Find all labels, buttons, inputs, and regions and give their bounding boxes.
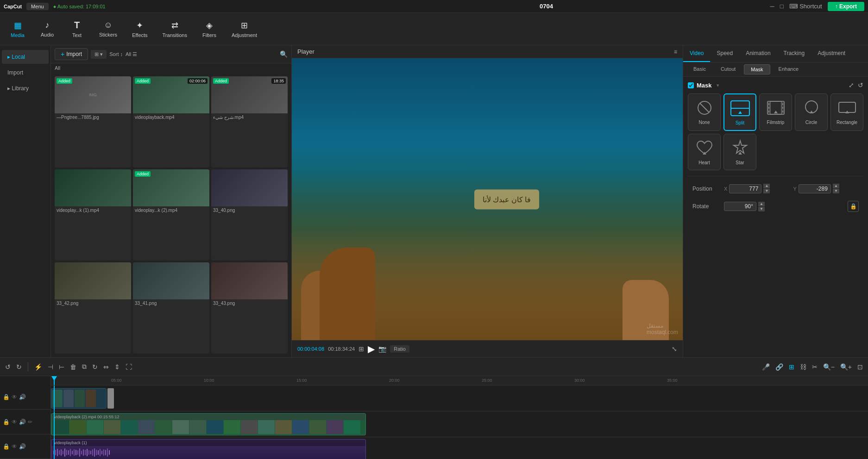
subtab-enhance[interactable]: Enhance	[772, 64, 805, 74]
tool-text[interactable]: T Text	[63, 17, 91, 41]
mask-enable-checkbox[interactable]	[688, 82, 694, 88]
edit-icon[interactable]: ✏	[28, 419, 32, 425]
y-decrement-button[interactable]: ▼	[833, 189, 839, 193]
mic-button[interactable]: 🎤	[761, 362, 771, 372]
mask-shape-none[interactable]: None	[688, 93, 721, 131]
position-y-input[interactable]	[799, 184, 831, 193]
mask-shape-star[interactable]: Star	[723, 134, 756, 170]
list-item[interactable]: Added videoplay...k (2).mp4	[133, 169, 209, 261]
rotate-decrement-button[interactable]: ▼	[758, 207, 765, 211]
mask-expand-button[interactable]: ⤢	[849, 81, 854, 89]
split2-button[interactable]: ✂	[811, 362, 819, 372]
play-button[interactable]: ▶	[368, 343, 375, 354]
trim-left-button[interactable]: ⊣	[46, 362, 55, 372]
screenshot-button[interactable]: 📷	[378, 345, 386, 353]
eye-icon[interactable]: 👁	[12, 394, 17, 400]
list-item[interactable]: videoplay...k (1).mp4	[55, 169, 131, 261]
subtab-mask[interactable]: Mask	[744, 64, 770, 74]
zoom-in-button[interactable]: 🔍+	[839, 362, 853, 372]
grid-view-button[interactable]: ⊞	[359, 345, 364, 353]
menu-button[interactable]: Menu	[26, 3, 49, 10]
tool-adjustment[interactable]: ⊞ Adjustment	[225, 18, 264, 41]
mask-shape-filmstrip[interactable]: Filmstrip	[759, 93, 792, 131]
delete-button[interactable]: 🗑	[69, 362, 78, 372]
lock-icon[interactable]: 🔒	[3, 443, 10, 450]
main-video-clip[interactable]: videoplayback (2).mp4 00:15:55:12	[51, 413, 366, 435]
tool-stickers[interactable]: ☺ Stickers	[93, 18, 124, 40]
sidebar-item-local[interactable]: ▸ Local	[2, 50, 49, 64]
audio-track-icon[interactable]: 🔊	[19, 443, 26, 450]
audio-clip[interactable]: videoplayback (1)	[51, 439, 366, 459]
player-menu-icon[interactable]: ≡	[674, 49, 677, 55]
rotate-lock-button[interactable]: 🔒	[848, 201, 859, 212]
view-toggle-button[interactable]: ⊞ ▾	[91, 50, 107, 59]
maximize-button[interactable]: □	[780, 3, 784, 10]
clip-handle[interactable]	[107, 388, 114, 409]
zoom-out-button[interactable]: 🔍−	[822, 362, 836, 372]
flip-h-button[interactable]: ⇔	[102, 362, 110, 372]
mask-shape-circle[interactable]: Circle	[795, 93, 828, 131]
shortcut-button[interactable]: ⌨ Shortcut	[789, 3, 822, 10]
overlay-clip[interactable]	[51, 388, 107, 409]
list-item[interactable]: 33_41.png	[133, 262, 209, 354]
svg-rect-28	[64, 448, 65, 457]
list-item[interactable]: Added 02:00:06 videoplayback.mp4	[133, 76, 209, 167]
export-button[interactable]: ↑ Export	[828, 2, 864, 11]
mask-shape-heart[interactable]: Heart	[688, 134, 721, 170]
sidebar-item-import[interactable]: Import	[2, 66, 49, 80]
eye-icon[interactable]: 👁	[12, 419, 17, 425]
sidebar-item-library[interactable]: ▸ Library	[2, 81, 49, 95]
list-item[interactable]: Added 18:35 شرح شيء.mp4	[211, 76, 288, 167]
lock-icon[interactable]: 🔒	[3, 394, 10, 400]
undo-button[interactable]: ↺	[4, 362, 12, 372]
tool-filters[interactable]: ◈ Filters	[195, 18, 223, 41]
copy-button[interactable]: ⧉	[81, 361, 88, 372]
list-item[interactable]: 33_43.png	[211, 262, 288, 354]
audio-track-icon[interactable]: 🔊	[19, 419, 26, 425]
import-button[interactable]: + Import	[55, 48, 88, 60]
snap-button[interactable]: ⊞	[787, 362, 796, 372]
flip-v-button[interactable]: ⇕	[113, 362, 121, 372]
trim-right-button[interactable]: ⊢	[57, 362, 66, 372]
mask-reset-button[interactable]: ↺	[858, 81, 863, 89]
fit-button[interactable]: ⊡	[856, 362, 864, 372]
x-increment-button[interactable]: ▲	[763, 184, 770, 188]
loop-button[interactable]: ↻	[91, 362, 99, 372]
tab-adjustment[interactable]: Adjustment	[811, 45, 852, 62]
subtab-basic[interactable]: Basic	[687, 64, 712, 74]
crop-button[interactable]: ⛶	[124, 362, 133, 372]
ratio-button[interactable]: Ratio	[390, 345, 409, 353]
link-button[interactable]: 🔗	[774, 362, 785, 372]
sort-button[interactable]: Sort ↕	[109, 51, 123, 57]
redo-button[interactable]: ↻	[15, 362, 23, 372]
subtab-cutout[interactable]: Cutout	[714, 64, 742, 74]
chain-button[interactable]: ⛓	[799, 362, 808, 372]
fullscreen-button[interactable]: ⤡	[672, 345, 677, 353]
rotate-increment-button[interactable]: ▲	[758, 202, 765, 206]
tool-effects[interactable]: ✦ Effects	[126, 18, 154, 41]
y-increment-button[interactable]: ▲	[833, 184, 839, 188]
audio-track-icon[interactable]: 🔊	[19, 394, 26, 400]
tab-video[interactable]: Video	[683, 45, 710, 62]
list-item[interactable]: IMG Added —Pngtree...7885.jpg	[55, 76, 131, 167]
tool-audio[interactable]: ♪ Audio	[33, 18, 61, 40]
eye-icon[interactable]: 👁	[12, 443, 17, 450]
list-item[interactable]: 33_42.png	[55, 262, 131, 354]
tab-tracking[interactable]: Tracking	[777, 45, 811, 62]
tab-animation[interactable]: Animation	[739, 45, 777, 62]
mask-dropdown-icon[interactable]: ▾	[717, 82, 719, 88]
position-x-input[interactable]	[729, 184, 761, 193]
mask-shape-split[interactable]: Split	[723, 93, 756, 131]
rotate-input[interactable]	[724, 202, 756, 211]
minimize-button[interactable]: ─	[770, 3, 774, 10]
list-item[interactable]: 33_40.png	[211, 169, 288, 261]
x-decrement-button[interactable]: ▼	[763, 189, 770, 193]
tool-transitions[interactable]: ⇄ Transitions	[156, 18, 194, 41]
split-button[interactable]: ⚡	[33, 362, 44, 372]
filter-all-button[interactable]: All ☰	[126, 51, 137, 57]
lock-icon[interactable]: 🔒	[3, 419, 10, 425]
tab-speed[interactable]: Speed	[710, 45, 739, 62]
search-button[interactable]: 🔍	[280, 50, 288, 58]
mask-shape-rectangle[interactable]: Rectangle	[830, 93, 863, 131]
tool-media[interactable]: ▦ Media	[4, 18, 31, 41]
